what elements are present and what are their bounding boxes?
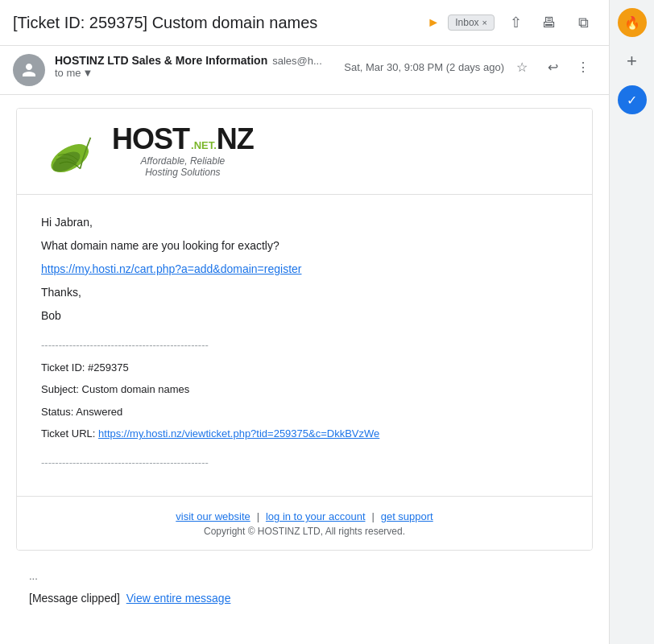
check-badge[interactable]: ✓ [618,85,647,114]
email-footer: visit our website | log in to your accou… [17,496,592,550]
star-button[interactable]: ☆ [509,54,535,80]
logo-net: .NET. [191,139,217,151]
ticket-url-label: Ticket URL: [41,427,95,440]
ticket-url-row: Ticket URL: https://my.hosti.nz/viewtick… [41,426,568,442]
logo-tagline: Affordable, Reliable Hosting Solutions [112,155,254,178]
email-content: Hi Jabran, What domain name are you look… [17,195,592,496]
domain-register-link[interactable]: https://my.hosti.nz/cart.php?a=add&domai… [41,262,301,275]
fire-badge[interactable]: 🔥 [618,8,647,37]
inbox-label: Inbox [455,17,478,28]
email-card: HOST .NET. NZ Affordable, Reliable Hosti… [16,108,593,551]
logo-section: HOST .NET. NZ Affordable, Reliable Hosti… [17,109,592,195]
sender-info: HOSTINZ LTD Sales & More Information sal… [55,54,334,79]
ticket-subject: Subject: Custom domain names [41,382,568,398]
clipped-dots: ... [29,570,38,582]
greeting: Hi Jabran, [41,214,568,231]
ticket-status: Status: Answered [41,404,568,420]
print-button[interactable]: 🖶 [536,10,562,35]
leaf-graphic [41,127,106,175]
get-support-link[interactable]: get support [381,510,433,522]
body-line1: What domain name are you looking for exa… [41,237,568,254]
email-actions: Sat, Mar 30, 9:08 PM (2 days ago) ☆ ↩ ⋮ [344,54,596,80]
login-link[interactable]: log in to your account [266,510,366,522]
copyright-text: Copyright © HOSTINZ LTD, All rights rese… [30,526,579,537]
ticket-id: Ticket ID: #259375 [41,360,568,376]
inbox-close-icon[interactable]: × [482,18,487,27]
email-body-wrapper: HOST .NET. NZ Affordable, Reliable Hosti… [0,95,609,644]
ticket-url-link[interactable]: https://my.hosti.nz/viewticket.php?tid=2… [98,427,379,440]
check-icon: ✓ [627,93,637,108]
open-external-button[interactable]: ⧉ [570,10,596,35]
more-options-button[interactable]: ⋮ [570,54,596,80]
right-sidebar: 🔥 + ✓ [609,0,654,644]
inbox-badge[interactable]: Inbox × [448,14,495,31]
move-up-button[interactable]: ⇧ [503,10,528,35]
chevron-down-icon: ▼ [83,67,93,79]
logo-nz: NZ [217,125,254,154]
divider-1: ----------------------------------------… [41,337,568,353]
divider-2: ----------------------------------------… [41,455,568,471]
avatar [13,54,45,86]
email-date: Sat, Mar 30, 9:08 PM (2 days ago) [344,61,504,73]
fire-icon: 🔥 [624,15,640,31]
message-clipped-label: [Message clipped] [29,592,120,605]
email-subject: [Ticket ID: 259375] Custom domain names [13,14,419,32]
sender-name: HOSTINZ LTD Sales & More Information [55,54,267,67]
plus-icon: + [627,51,637,72]
arrow-icon: ► [427,15,440,30]
email-bottom: ... [16,564,593,588]
sender-email: sales@h... [272,55,322,67]
to-me-dropdown[interactable]: to me ▼ [55,67,334,79]
sender-row: HOSTINZ LTD Sales & More Information sal… [0,46,609,95]
logo-container: HOST .NET. NZ Affordable, Reliable Hosti… [41,125,254,178]
thanks: Thanks, [41,284,568,301]
logo-text: HOST .NET. NZ Affordable, Reliable Hosti… [112,125,254,178]
view-entire-row: [Message clipped] View entire message [16,588,593,617]
visit-website-link[interactable]: visit our website [176,510,250,522]
email-header: [Ticket ID: 259375] Custom domain names … [0,0,609,46]
plus-button[interactable]: + [618,47,647,76]
footer-links: visit our website | log in to your accou… [30,510,579,522]
logo-host: HOST [112,125,189,154]
view-entire-message-link[interactable]: View entire message [126,592,231,605]
reply-button[interactable]: ↩ [540,54,565,80]
signature: Bob [41,308,568,324]
